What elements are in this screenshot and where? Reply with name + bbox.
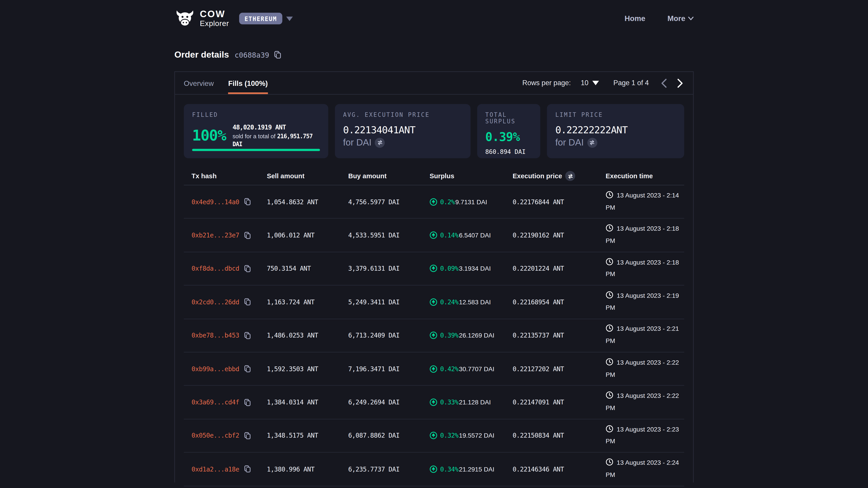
surplus-cell: 0.09% 3.1934 DAI [430,265,513,272]
cow-explorer-logo[interactable]: COW Explorer [174,9,229,28]
execution-time-text: 13 August 2023 - 2:14 PM [606,192,679,211]
copy-tx-hash-button[interactable] [244,465,251,473]
buy-amount-cell: 6,087.8862 DAI [348,432,430,440]
copy-tx-hash-button[interactable] [244,431,251,440]
copy-order-id-button[interactable] [274,51,282,59]
execution-price-cell: 0.22127202 ANT [513,365,606,372]
invert-price-button[interactable] [587,138,597,148]
surplus-amount: 3.1934 DAI [459,265,491,272]
buy-amount-cell: 4,533.5951 DAI [348,231,430,239]
copy-tx-hash-button[interactable] [244,231,251,239]
avg-execution-price-label: AVG. EXECUTION PRICE [343,111,462,118]
rows-per-page-select[interactable]: 10 [581,79,599,87]
sell-amount-cell: 1,486.0253 ANT [267,332,348,339]
execution-time-cell: 13 August 2023 - 2:18 PM [606,257,684,280]
arrow-up-circle-icon [430,265,437,272]
execution-time-cell: 13 August 2023 - 2:14 PM [606,190,684,213]
surplus-cell: 0.42% 30.7707 DAI [430,365,513,372]
surplus-amount: 21.128 DAI [459,399,491,405]
surplus-percent: 0.24% [440,298,458,306]
table-row: 0xb99a...ebbd 1,592.3503 ANT 7,196.3471 … [184,352,684,386]
arrow-up-circle-icon [430,198,437,205]
network-caret-icon[interactable] [286,16,293,21]
limit-price-card: LIMIT PRICE 0.22222222ANT for DAI [547,104,684,158]
execution-time-cell: 13 August 2023 - 2:24 PM [606,457,684,481]
tx-hash-link[interactable]: 0xb99a...ebbd [191,365,239,372]
swap-horizontal-icon [567,173,574,179]
surplus-amount: 26.1269 DAI [459,332,495,339]
surplus-amount: 19.5572 DAI [459,432,495,439]
tx-hash-link[interactable]: 0x2cd0...26dd [191,298,239,306]
execution-price-cell: 0.22190162 ANT [513,231,606,239]
table-row: 0xb21e...23e7 1,006.012 ANT 4,533.5951 D… [184,219,684,252]
clock-icon [606,425,613,436]
tx-hash-link[interactable]: 0x3a69...cd4f [191,398,239,406]
sell-amount-cell: 1,348.5175 ANT [267,432,348,440]
execution-time-text: 13 August 2023 - 2:19 PM [606,292,679,311]
next-page-button[interactable] [676,77,684,89]
arrow-up-circle-icon [430,332,437,339]
tx-hash-link[interactable]: 0x050e...cbf2 [191,432,239,440]
copy-tx-hash-button[interactable] [244,198,251,206]
surplus-percent: 0.33% [440,398,458,406]
page-title-row: Order details c0688a39 [0,50,868,60]
surplus-cell: 0.14% 6.5407 DAI [430,231,513,239]
tx-hash-link[interactable]: 0xf8da...dbcd [191,265,239,272]
copy-icon [244,198,251,206]
copy-tx-hash-button[interactable] [244,331,251,339]
surplus-amount: 12.583 DAI [459,299,491,305]
copy-tx-hash-button[interactable] [244,298,251,306]
network-selector-badge[interactable]: ETHEREUM [239,13,282,24]
arrow-up-circle-icon [430,365,437,372]
execution-time-cell: 13 August 2023 - 2:19 PM [606,291,684,314]
nav-item-more[interactable]: More [668,14,694,23]
execution-time-text: 13 August 2023 - 2:22 PM [606,359,679,378]
surplus-amount: 30.7707 DAI [459,365,495,372]
filled-sold-text: sold for a total of [232,133,276,139]
execution-time-cell: 13 August 2023 - 2:22 PM [606,391,684,414]
tx-hash-link[interactable]: 0x4ed9...14a0 [191,198,239,205]
table-row: 0x4ed9...14a0 1,054.8632 ANT 4,756.5977 … [184,185,684,219]
buy-amount-cell: 5,249.3411 DAI [348,298,430,306]
sell-amount-cell: 1,592.3503 ANT [267,365,348,372]
invert-price-button[interactable] [375,138,385,148]
fills-table: Tx hash Sell amount Buy amount Surplus E… [184,167,684,486]
sell-amount-cell: 1,380.996 ANT [267,465,348,473]
copy-tx-hash-button[interactable] [244,398,251,406]
total-surplus-card: TOTAL SURPLUS 0.39% 860.894 DAI [477,104,540,158]
fill-progress-bar [192,149,320,151]
execution-time-cell: 13 August 2023 - 2:23 PM [606,424,684,447]
surplus-percent: 0.14% [440,231,458,239]
surplus-cell: 0.34% 21.2915 DAI [430,465,513,473]
execution-time-cell: 13 August 2023 - 2:18 PM [606,224,684,247]
arrow-up-circle-icon [430,432,437,440]
chevron-right-icon [677,78,683,88]
copy-icon [244,365,251,373]
table-header-row: Tx hash Sell amount Buy amount Surplus E… [184,167,684,186]
execution-price-cell: 0.22168954 ANT [513,298,606,306]
limit-price-value: 0.22222222ANT [555,125,676,135]
copy-tx-hash-button[interactable] [244,365,251,373]
invert-price-column-button[interactable] [565,171,575,181]
nav-item-home[interactable]: Home [625,14,645,23]
copy-icon [244,298,251,306]
summary-cards: FILLED 100% 48,020.1919 ANT sold for a t… [184,104,684,158]
arrow-up-circle-icon [430,298,437,306]
execution-price-cell: 0.22146346 ANT [513,465,606,473]
execution-time-cell: 13 August 2023 - 2:21 PM [606,324,684,347]
avg-execution-price-value: 0.22134041ANT [343,125,462,135]
copy-tx-hash-button[interactable] [244,265,251,273]
table-row: 0xf8da...dbcd 750.3154 ANT 3,379.6131 DA… [184,252,684,286]
sell-amount-cell: 1,384.0314 ANT [267,398,348,406]
tx-hash-link[interactable]: 0xbe78...b453 [191,332,239,339]
clock-icon [606,324,613,336]
execution-time-text: 13 August 2023 - 2:21 PM [606,326,679,344]
avg-execution-price-unit: for DAI [343,137,372,148]
previous-page-button[interactable] [660,77,668,89]
clock-icon [606,391,613,403]
tx-hash-link[interactable]: 0xb21e...23e7 [191,231,239,239]
filled-card: FILLED 100% 48,020.1919 ANT sold for a t… [184,104,328,158]
tab-overview[interactable]: Overview [184,72,214,94]
tab-fills[interactable]: Fills (100%) [228,72,268,94]
tx-hash-link[interactable]: 0xd1a2...a18e [191,465,239,473]
